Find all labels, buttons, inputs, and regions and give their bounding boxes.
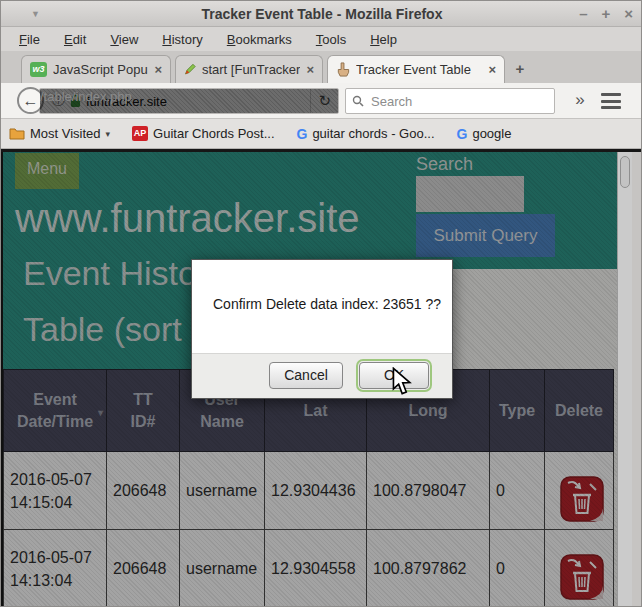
cancel-button[interactable]: Cancel [269, 362, 343, 389]
menu-tools[interactable]: Tools [304, 30, 358, 49]
dialog-message: Confirm Delete data index: 23651 ?? [213, 296, 441, 312]
menu-bookmarks[interactable]: Bookmarks [215, 30, 304, 49]
window-title: Tracker Event Table - Mozilla Firefox [1, 1, 642, 27]
hamburger-menu-icon[interactable] [601, 93, 621, 109]
url-text: https://www.funtracker.site/table/index.… [86, 94, 167, 109]
overflow-chevron-icon[interactable]: » [567, 87, 593, 114]
menu-help[interactable]: Help [358, 30, 409, 49]
bookmark-most-visited[interactable]: Most Visited ▾ [9, 126, 110, 141]
bookmark-label: google [472, 126, 511, 141]
menu-bar: File Edit View History Bookmarks Tools H… [1, 27, 642, 51]
tab-close-icon[interactable]: × [488, 62, 496, 77]
menu-history[interactable]: History [150, 30, 214, 49]
browser-search-input[interactable] [369, 93, 529, 110]
browser-viewport: Menu www.funtracker.site Event Histo Tab… [1, 149, 642, 607]
w3schools-icon: w3 [30, 62, 47, 77]
menu-edit[interactable]: Edit [52, 30, 98, 49]
window-shade-icon[interactable]: ▼ [31, 9, 40, 19]
bookmark-guitar-chords-google[interactable]: G guitar chords - Goo... [297, 126, 435, 142]
tab-label: JavaScript Popup B... [53, 62, 148, 77]
tab-strip: w3 JavaScript Popup B... × start [FunTra… [1, 51, 642, 83]
bookmark-google[interactable]: G google [457, 126, 512, 142]
chevron-down-icon: ▾ [106, 129, 111, 139]
url-path: /table/index.php [86, 94, 167, 109]
navigation-toolbar: ← ⓘ https://www.funtracker.site/table/in… [1, 83, 642, 119]
close-button[interactable]: × [624, 1, 633, 27]
tab-tracker-event-table[interactable]: Tracker Event Table × [327, 55, 505, 83]
tab-close-icon[interactable]: × [306, 62, 314, 77]
ap-icon: AP [132, 126, 148, 141]
titlebar: ▼ Tracker Event Table - Mozilla Firefox … [1, 1, 642, 27]
search-icon [352, 95, 364, 107]
bookmark-guitar-chords-post[interactable]: AP Guitar Chords Post... [132, 126, 274, 141]
scrollbar-thumb[interactable] [620, 156, 630, 188]
url-bar[interactable]: ⓘ https://www.funtracker.site/table/inde… [39, 88, 339, 114]
pencil-icon [184, 62, 196, 77]
new-tab-button[interactable]: + [509, 59, 531, 79]
google-icon: G [457, 126, 468, 142]
back-icon: ← [23, 92, 39, 109]
tab-start-funtracker[interactable]: start [FunTracker.Si... × [175, 55, 323, 83]
firefox-window: ▼ Tracker Event Table - Mozilla Firefox … [0, 0, 642, 607]
tab-label: Tracker Event Table [356, 62, 471, 77]
tab-close-icon[interactable]: × [154, 62, 162, 77]
bookmark-label: guitar chords - Goo... [312, 126, 434, 141]
tab-label: start [FunTracker.Si... [202, 62, 300, 77]
mouse-cursor [391, 367, 415, 397]
bookmark-label: Guitar Chords Post... [153, 126, 274, 141]
minimize-button[interactable]: – [579, 1, 587, 27]
bookmark-label: Most Visited [30, 126, 101, 141]
browser-search-box[interactable] [345, 88, 555, 114]
bookmarks-toolbar: Most Visited ▾ AP Guitar Chords Post... … [1, 119, 642, 149]
tab-javascript-popup[interactable]: w3 JavaScript Popup B... × [21, 55, 171, 83]
google-icon: G [297, 126, 308, 142]
menu-file[interactable]: File [7, 30, 52, 49]
hand-icon [336, 62, 350, 77]
vertical-scrollbar[interactable] [617, 152, 632, 607]
folder-icon [9, 127, 25, 140]
menu-view[interactable]: View [98, 30, 150, 49]
maximize-button[interactable]: + [601, 1, 610, 27]
